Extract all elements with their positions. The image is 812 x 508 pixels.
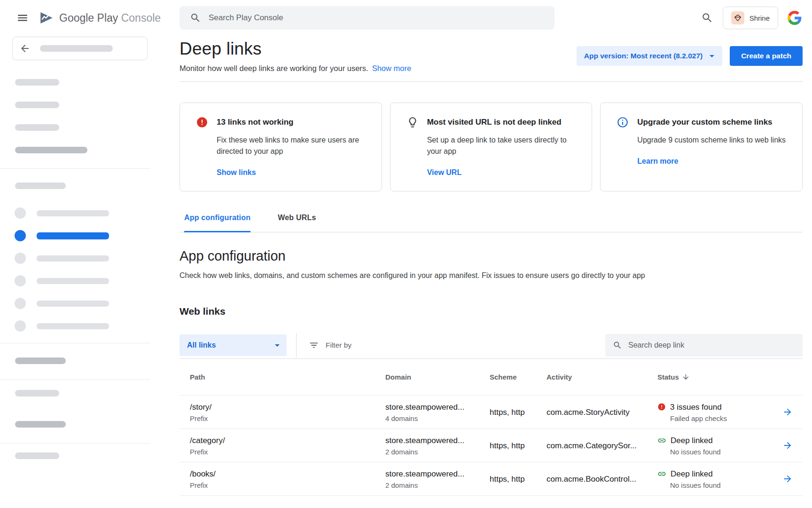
sort-descending-icon (682, 373, 690, 381)
sidebar-item (15, 253, 109, 264)
sidebar-item (15, 207, 109, 219)
skeleton-bar (15, 147, 87, 153)
web-links-heading: Web links (180, 305, 803, 318)
skeleton-bar (15, 79, 59, 86)
scheme-value: https, http (490, 406, 547, 418)
column-header-status-sort[interactable]: Status (657, 373, 773, 381)
show-links-link[interactable]: Show links (217, 168, 256, 177)
path-value: /category/ (190, 435, 385, 446)
skeleton-circle (15, 320, 26, 332)
header-divider (180, 81, 803, 82)
column-header-activity: Activity (547, 373, 657, 381)
domain-count: 2 domains (385, 480, 490, 490)
page-header: Deep links Monitor how well deep links a… (180, 39, 803, 74)
search-icon (190, 12, 201, 24)
link-icon (657, 436, 666, 445)
filter-icon (309, 340, 319, 350)
skeleton-bar (40, 45, 113, 52)
play-console-logo[interactable]: Google Play Console (39, 8, 161, 27)
section-heading: App configuration (180, 247, 803, 264)
skeleton-bar (15, 452, 59, 459)
section-description: Check how web links, domains, and custom… (180, 270, 803, 281)
sidebar-back-button[interactable] (12, 37, 148, 60)
path-type: Prefix (190, 480, 385, 490)
column-header-scheme: Scheme (490, 373, 547, 381)
show-more-link[interactable]: Show more (372, 64, 411, 72)
status-detail: No issues found (670, 447, 773, 457)
info-icon (617, 116, 629, 128)
skeleton-bar (15, 183, 66, 189)
page-title: Deep links (180, 39, 411, 59)
menu-icon[interactable] (13, 8, 32, 27)
skeleton-bar (37, 301, 109, 307)
activity-value: com.acme.StoryActivity (547, 406, 657, 418)
error-icon (657, 403, 666, 411)
arrow-back-icon (19, 43, 31, 54)
domain-count: 4 domains (385, 413, 490, 423)
page-subtitle: Monitor how well deep links are working … (180, 64, 368, 72)
links-filter-select[interactable]: All links (180, 334, 287, 356)
row-detail-arrow-icon[interactable] (773, 407, 803, 417)
skeleton-bar (15, 421, 66, 428)
deep-link-search-input[interactable] (628, 341, 795, 349)
skeleton-circle (15, 207, 26, 219)
table-row[interactable]: /item/ store.steampowered... Deep linked (180, 496, 803, 508)
status-value: Deep linked (671, 468, 713, 480)
main-content: Deep links Monitor how well deep links a… (180, 36, 812, 508)
global-search-input[interactable] (209, 13, 544, 23)
play-console-logo-icon (39, 10, 55, 26)
row-detail-arrow-icon[interactable] (773, 474, 803, 484)
deep-link-search[interactable] (605, 334, 803, 357)
create-patch-button[interactable]: Create a patch (730, 46, 803, 66)
status-detail: No issues found (670, 480, 773, 490)
card-title: 13 links not working (217, 118, 293, 127)
column-header-status: Status (657, 373, 679, 381)
sidebar (0, 36, 150, 508)
sidebar-item (15, 320, 109, 332)
app-version-select[interactable]: App version: Most recent (8.2.027) (577, 46, 722, 66)
toolbar-separator (296, 333, 297, 357)
sidebar-divider (0, 443, 150, 444)
account-app-switcher[interactable]: Shrine (723, 7, 778, 29)
card-links-not-working: 13 links not working Fix these web links… (180, 103, 382, 191)
card-title: Most visited URL is not deep linked (427, 118, 562, 127)
error-icon (196, 116, 208, 128)
web-links-table: Path Domain Scheme Activity Status /stor… (180, 359, 803, 508)
global-search[interactable] (180, 6, 554, 30)
active-item-bar (37, 232, 109, 239)
shrine-app-icon (731, 11, 744, 24)
card-body: Upgrade 9 custom scheme links to web lin… (637, 135, 786, 146)
view-url-link[interactable]: View URL (427, 168, 462, 177)
learn-more-link[interactable]: Learn more (637, 157, 678, 166)
table-row[interactable]: /category/Prefix store.steampowered...2 … (180, 429, 803, 462)
web-links-toolbar: All links Filter by (180, 332, 803, 359)
status-value: Deep linked (671, 435, 713, 446)
skeleton-bar (37, 323, 109, 329)
status-value: Deep linked (671, 506, 713, 508)
skeleton-bar (15, 390, 59, 397)
skeleton-bar (37, 278, 109, 284)
google-account-avatar[interactable] (788, 11, 802, 25)
topbar-right: Shrine (701, 7, 802, 29)
path-value: /item/ (190, 506, 385, 508)
tab-app-configuration[interactable]: App configuration (184, 213, 250, 232)
card-most-visited-url: Most visited URL is not deep linked Set … (390, 103, 593, 191)
row-detail-arrow-icon[interactable] (773, 440, 803, 451)
domain-value: store.steampowered... (385, 435, 490, 446)
skeleton-bar (15, 124, 59, 131)
skeleton-circle (15, 275, 26, 286)
tab-web-urls[interactable]: Web URLs (278, 213, 316, 232)
table-row[interactable]: /story/Prefix store.steampowered...4 dom… (180, 396, 803, 429)
sidebar-item-active[interactable] (15, 230, 109, 241)
logo-text: Google Play Console (59, 12, 161, 24)
filter-by-button[interactable]: Filter by (309, 340, 351, 350)
chevron-down-icon (706, 50, 718, 62)
search-icon[interactable] (701, 12, 713, 24)
sidebar-item (15, 275, 109, 286)
path-value: /story/ (190, 401, 385, 413)
table-row[interactable]: /books/Prefix store.steampowered...2 dom… (180, 462, 803, 496)
domain-value: store.steampowered... (385, 401, 490, 413)
chevron-down-icon (272, 340, 283, 351)
card-upgrade-scheme-links: Upgrade your custom scheme links Upgrade… (600, 103, 803, 191)
skeleton-circle (15, 298, 26, 309)
